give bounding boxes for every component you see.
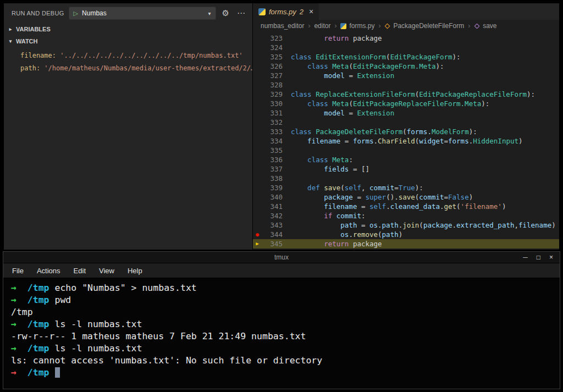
breadcrumb-separator: ›	[308, 22, 310, 30]
code-line[interactable]: 330 class Meta(EditPackageReplaceFileFor…	[253, 99, 559, 108]
gutter: 341	[253, 202, 283, 211]
code-text: filename = self.cleaned_data.get('filena…	[283, 202, 506, 211]
gutter: 338	[253, 174, 283, 183]
breadcrumb-item-packagedeletefileform[interactable]: PackageDeleteFileForm	[384, 22, 464, 30]
close-icon[interactable]: ×	[549, 253, 553, 261]
watch-section-header[interactable]: ▾ WATCH	[4, 35, 252, 47]
code-text: return package	[283, 239, 382, 249]
code-line[interactable]: 343 path = os.path.join(package.extracte…	[253, 220, 559, 230]
code-line[interactable]: 341 filename = self.cleaned_data.get('fi…	[253, 202, 559, 211]
code-text: fields = []	[283, 164, 369, 174]
command-text	[49, 367, 55, 378]
code-line[interactable]: 328	[253, 80, 559, 90]
maximize-icon[interactable]: □	[537, 253, 540, 261]
spacer	[16, 367, 27, 378]
gutter: 328	[253, 80, 283, 90]
code-text: class PackageDeleteFileForm(forms.ModelF…	[283, 127, 477, 136]
line-number: 340	[262, 192, 283, 202]
terminal-cursor	[55, 367, 60, 378]
code-line[interactable]: 335	[253, 146, 559, 155]
debug-panel-header: RUN AND DEBUG ▷ Numbas ▾ ⚙ ⋯	[4, 3, 252, 23]
more-actions-icon[interactable]: ⋯	[235, 8, 247, 18]
terminal-title-bar[interactable]: tmux ─ □ ×	[3, 252, 560, 263]
code-line[interactable]: 332	[253, 118, 559, 127]
prompt-arrow: →	[11, 283, 16, 293]
line-number: 335	[262, 146, 283, 155]
chevron-down-icon: ▾	[7, 38, 14, 44]
gutter: 336	[253, 155, 283, 164]
terminal-output[interactable]: → /tmp echo "Numbas" > numbas.txt→ /tmp …	[3, 278, 560, 389]
code-line[interactable]: 327 model = Extension	[253, 71, 559, 80]
gutter: 343	[253, 220, 283, 230]
line-number: 327	[262, 71, 283, 80]
code-line[interactable]: ●344 os.remove(path)	[253, 230, 559, 239]
code-line[interactable]: 337 fields = []	[253, 164, 559, 174]
menu-item-help[interactable]: Help	[128, 267, 142, 275]
code-text: model = Extension	[283, 71, 394, 80]
breadcrumb-item-forms-py[interactable]: forms.py	[340, 22, 374, 30]
variables-section-header[interactable]: ▸ VARIABLES	[4, 23, 252, 35]
variables-label: VARIABLES	[16, 26, 51, 32]
code-text: class ReplaceExtensionFileForm(EditPacka…	[283, 90, 535, 99]
code-line[interactable]: 333class PackageDeleteFileForm(forms.Mod…	[253, 127, 559, 136]
tab-label: forms.py	[269, 8, 296, 16]
code-line[interactable]: 342 if commit:	[253, 211, 559, 220]
breadcrumb-label: forms.py	[349, 22, 374, 30]
command-text: echo "Numbas" > numbas.txt	[49, 283, 197, 293]
code-area[interactable]: 323 return package324325class EditExtens…	[253, 32, 559, 250]
spacer	[16, 319, 27, 329]
tab-forms-py[interactable]: forms.py 2 ×	[253, 3, 319, 20]
spacer	[16, 343, 27, 354]
line-number: 341	[262, 202, 283, 211]
code-line[interactable]: 331 model = Extension	[253, 108, 559, 118]
close-icon[interactable]: ×	[309, 7, 313, 16]
line-number: 334	[262, 136, 283, 146]
code-text	[283, 146, 291, 155]
terminal-line: → /tmp	[11, 367, 552, 379]
watch-variable-value: '../../../../../../../../../../tmp/numba…	[56, 52, 243, 59]
code-line[interactable]: 329class ReplaceExtensionFileForm(EditPa…	[253, 90, 559, 99]
breadcrumb-item-editor[interactable]: editor	[314, 22, 330, 30]
watch-item[interactable]: filename: '../../../../../../../../../..…	[20, 49, 252, 62]
menu-item-actions[interactable]: Actions	[37, 267, 60, 275]
code-line[interactable]: 325class EditExtensionForm(EditPackageFo…	[253, 52, 559, 62]
code-line[interactable]: 336 class Meta:	[253, 155, 559, 164]
code-text: filename = forms.CharField(widget=forms.…	[283, 136, 523, 146]
line-number: 342	[262, 211, 283, 220]
menu-item-edit[interactable]: Edit	[74, 267, 86, 275]
gear-icon[interactable]: ⚙	[220, 8, 231, 18]
breadcrumb-item-save[interactable]: save	[474, 22, 496, 30]
code-line[interactable]: 338	[253, 174, 559, 183]
command-text: ls -l numbas.txt	[49, 319, 142, 329]
debug-start-icon[interactable]: ▷	[74, 10, 78, 17]
code-line[interactable]: ▶345 return package	[253, 239, 559, 249]
prompt-arrow: →	[11, 295, 16, 305]
prompt-arrow: →	[11, 319, 16, 329]
gutter: 329	[253, 90, 283, 99]
code-line[interactable]: 339 def save(self, commit=True):	[253, 183, 559, 192]
breadcrumb-item-numbas-editor[interactable]: numbas_editor	[261, 22, 304, 30]
code-line[interactable]: 334 filename = forms.CharField(widget=fo…	[253, 136, 559, 146]
line-number: 338	[262, 174, 283, 183]
editor-tab-bar: forms.py 2 ×	[253, 3, 559, 20]
code-line[interactable]: 326 class Meta(EditPackageForm.Meta):	[253, 62, 559, 71]
breakpoint-icon[interactable]: ●	[253, 230, 262, 239]
menu-item-view[interactable]: View	[99, 267, 114, 275]
chevron-down-icon: ▾	[208, 10, 211, 16]
line-number: 323	[262, 34, 283, 43]
menu-item-file[interactable]: File	[12, 267, 24, 275]
code-line[interactable]: 323 return package	[253, 34, 559, 43]
code-text: def save(self, commit=True):	[283, 183, 423, 192]
gutter: 334	[253, 136, 283, 146]
code-text: return package	[283, 34, 382, 43]
code-text: class EditExtensionForm(EditPackageForm)…	[283, 52, 461, 62]
minimize-icon[interactable]: ─	[523, 253, 528, 261]
watch-variable-name: path:	[20, 64, 40, 72]
code-line[interactable]: 324	[253, 43, 559, 52]
code-text: path = os.path.join(package.extracted_pa…	[283, 220, 556, 230]
spacer	[16, 283, 27, 293]
watch-item[interactable]: path: '/home/matheus/Numbas/media/user-t…	[20, 62, 252, 75]
prompt-directory: /tmp	[27, 367, 49, 378]
code-line[interactable]: 340 package = super().save(commit=False)	[253, 192, 559, 202]
debug-config-dropdown[interactable]: ▷ Numbas ▾	[69, 7, 216, 20]
